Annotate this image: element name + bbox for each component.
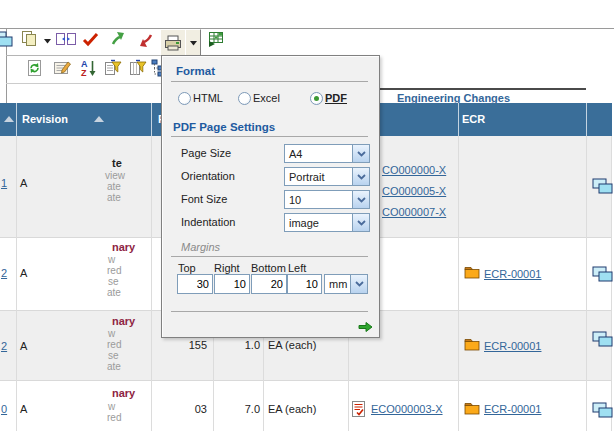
check-icon[interactable] [82, 32, 99, 47]
ecr-link[interactable]: ECR-00001 [484, 268, 541, 281]
phase-detail: w [108, 254, 115, 265]
toolbar-divider [6, 55, 161, 56]
find-num-value: 03 [167, 403, 207, 416]
folder-icon[interactable] [464, 402, 480, 415]
eco-link[interactable]: ECO000003-X [371, 403, 443, 416]
column-header-ecr[interactable]: ECR [462, 113, 485, 126]
print-format-dialog: Format HTML Excel PDF PDF Page Settings … [161, 55, 380, 338]
folder-icon[interactable] [464, 266, 480, 279]
submit-arrow-button[interactable] [357, 320, 373, 333]
chevron-down-icon[interactable] [352, 214, 369, 231]
radio-excel-label[interactable]: Excel [253, 92, 280, 105]
divider [171, 256, 368, 257]
folder-icon[interactable] [464, 338, 480, 351]
eco-link[interactable]: CO000005-X [382, 185, 446, 198]
application-window: AZ Engineering Changes Revision F ECR 1 … [0, 0, 614, 431]
open-windows-icon[interactable] [592, 402, 613, 419]
page-size-value: A4 [285, 145, 352, 162]
uom-value: EA (each) [268, 339, 316, 352]
item-link[interactable]: 2 [1, 267, 7, 280]
sort-az-icon[interactable]: AZ [80, 59, 97, 77]
indentation-label: Indentation [181, 216, 235, 229]
filter-list-icon[interactable] [104, 59, 123, 77]
font-size-value: 10 [285, 191, 352, 208]
margin-left-input[interactable] [287, 274, 322, 294]
item-link[interactable]: 1 [1, 177, 7, 190]
radio-html[interactable] [178, 92, 191, 105]
eco-document-icon[interactable] [352, 401, 365, 417]
toolbar-bottom-border [6, 83, 161, 84]
font-size-label: Font Size [181, 193, 227, 206]
chevron-down-icon[interactable] [350, 275, 367, 293]
filter-grid-icon[interactable] [129, 59, 148, 77]
sort-asc-icon[interactable] [4, 116, 14, 122]
margins-title: Margins [181, 241, 220, 254]
phase-detail: view [105, 170, 125, 181]
chevron-down-icon[interactable] [352, 145, 369, 162]
phase-detail: ate [107, 361, 121, 372]
copy-icon[interactable] [20, 30, 38, 48]
ecr-link[interactable]: ECR-00001 [484, 403, 541, 416]
ecr-link[interactable]: ECR-00001 [484, 340, 541, 353]
eco-link[interactable]: CO000000-X [382, 164, 446, 177]
phase-detail: ate [107, 192, 121, 203]
chevron-down-icon[interactable] [352, 191, 369, 208]
swap-windows-icon[interactable] [56, 31, 76, 47]
margin-right-label: Right [214, 262, 240, 274]
divider [171, 136, 368, 137]
export-grid-icon[interactable] [207, 31, 225, 48]
margin-unit-select[interactable]: mm [324, 274, 368, 294]
phase-detail: w [108, 401, 115, 412]
item-link[interactable]: 2 [1, 340, 7, 353]
eco-link[interactable]: CO000007-X [382, 206, 446, 219]
print-dropdown-button[interactable] [185, 29, 201, 56]
pdf-settings-title: PDF Page Settings [173, 121, 275, 134]
refresh-icon[interactable] [26, 59, 43, 77]
window-icon[interactable] [0, 31, 13, 48]
radio-pdf[interactable] [310, 92, 323, 105]
item-link[interactable]: 0 [1, 403, 7, 416]
sort-asc-icon[interactable] [94, 116, 104, 122]
phase-fragment: nary [112, 315, 135, 327]
indentation-value: image [285, 214, 352, 231]
phase-detail: ate [107, 181, 121, 192]
phase-detail: se [108, 276, 119, 287]
radio-pdf-label[interactable]: PDF [325, 92, 347, 105]
format-section-title: Format [176, 65, 215, 78]
margin-top-input[interactable] [177, 274, 213, 294]
arrow-up-right-icon[interactable] [110, 31, 126, 47]
revision-value: A [20, 340, 27, 353]
revision-value: A [20, 403, 27, 416]
find-num-value: 155 [167, 339, 207, 352]
chevron-down-icon[interactable] [352, 168, 369, 185]
radio-html-label[interactable]: HTML [193, 92, 223, 105]
open-windows-icon[interactable] [592, 331, 613, 348]
column-header-revision[interactable]: Revision [22, 113, 68, 126]
revision-value: A [20, 267, 27, 280]
font-size-select[interactable]: 10 [284, 190, 370, 209]
indentation-select[interactable]: image [284, 213, 370, 232]
margin-bottom-label: Bottom [251, 262, 286, 274]
margin-right-input[interactable] [214, 274, 250, 294]
arrow-down-left-icon[interactable] [138, 32, 154, 48]
orientation-select[interactable]: Portrait [284, 167, 370, 186]
phase-detail: ate [107, 287, 121, 298]
print-button[interactable] [160, 29, 186, 56]
margin-top-label: Top [178, 262, 196, 274]
divider [171, 311, 368, 312]
phase-detail: se [108, 350, 119, 361]
phase-detail: red [107, 265, 121, 276]
revision-value: A [20, 177, 27, 190]
svg-text:Z: Z [81, 68, 87, 77]
margin-unit-value: mm [325, 275, 350, 293]
divider [171, 81, 368, 82]
copy-dropdown-caret-icon[interactable] [43, 38, 52, 44]
open-windows-icon[interactable] [592, 266, 613, 283]
margin-bottom-input[interactable] [251, 274, 287, 294]
page-size-select[interactable]: A4 [284, 144, 370, 163]
phase-fragment: nary [112, 241, 135, 253]
radio-excel[interactable] [238, 92, 251, 105]
open-windows-icon[interactable] [592, 178, 613, 195]
print-icon [164, 35, 182, 51]
edit-icon[interactable] [53, 60, 72, 76]
